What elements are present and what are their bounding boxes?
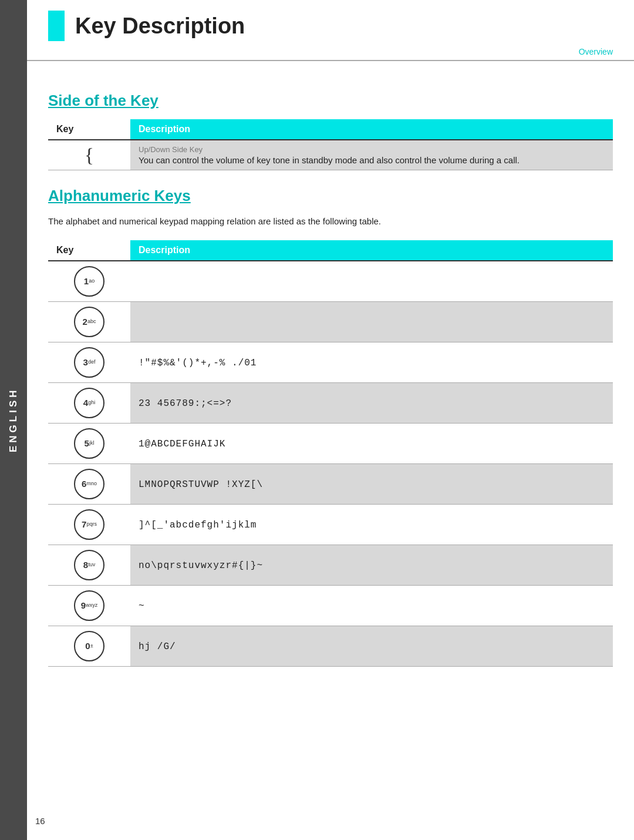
alphanumeric-keys-heading: Alphanumeric Keys [48,187,613,205]
key-circle: 2abc [74,307,104,337]
key-circle: 8tuv [74,550,104,580]
alpha-desc-cell: 1@ABCDEFGHAIJK [130,424,613,464]
table-row: 6mnoLMNOPQRSTUVWP !XYZ[\ [48,464,613,505]
table-row: 5jkl1@ABCDEFGHAIJK [48,424,613,464]
desc-text: no\pqrstuvwxyzr#{|}~ [139,560,263,571]
key-number: 8 [83,560,88,570]
content-area: Side of the Key Key Description { Up/Dow [27,61,634,701]
up-down-label: Up/Down Side Key [139,145,605,154]
header-cyan-block [48,11,65,41]
table-row: 2abc [48,302,613,342]
desc-text: ]^[_'abcdefgh'ijklm [139,520,257,530]
key-circle: 3def [74,347,104,378]
desc-text: !"#$%&'()*+,-% ./01 [139,358,257,368]
alpha-desc-cell [130,261,613,302]
alpha-key-cell: 0± [48,626,130,667]
alpha-key-cell: 3def [48,342,130,383]
key-number: 2 [83,317,87,327]
alpha-desc-cell: LMNOPQRSTUVWP !XYZ[\ [130,464,613,505]
key-number: 1 [84,277,89,287]
side-table-col-desc: Description [130,119,613,140]
key-circle: 0± [74,631,104,661]
up-down-key-symbol: { [85,144,94,166]
table-row: 8tuvno\pqrstuvwxyzr#{|}~ [48,545,613,586]
key-sub: tuv [88,562,95,568]
desc-text: hj /G/ [139,641,176,652]
alphanumeric-table: Key Description 1ao2abc3def!"#$%&'()*+,-… [48,240,613,667]
key-sub: ± [90,643,93,649]
alpha-key-cell: 5jkl [48,424,130,464]
alphanumeric-intro: The alphabet and numerical keypad mappin… [48,214,613,229]
key-sub: abc [87,319,96,325]
sidebar-text: ENGLISH [8,388,19,453]
alpha-desc-cell: ]^[_'abcdefgh'ijklm [130,505,613,545]
alpha-table-col-desc: Description [130,240,613,261]
key-number: 3 [83,358,88,368]
alpha-key-cell: 6mno [48,464,130,505]
side-key-table: Key Description { Up/Down Side Key You c… [48,119,613,170]
key-sub: jkl [89,441,95,446]
alpha-desc-cell: ~ [130,586,613,626]
alpha-key-cell: 9wxyz [48,586,130,626]
desc-text: LMNOPQRSTUVWP !XYZ[\ [139,479,263,490]
main-content: Key Description Overview Side of the Key… [27,0,634,840]
alpha-desc-cell: no\pqrstuvwxyzr#{|}~ [130,545,613,586]
key-sub: pqrs [86,522,97,527]
alpha-desc-cell: hj /G/ [130,626,613,667]
alpha-desc-cell: 23 456789:;<=>? [130,383,613,424]
side-key-symbol-cell: { [48,140,130,170]
table-row: 4ghi23 456789:;<=>? [48,383,613,424]
side-of-key-heading: Side of the Key [48,92,613,110]
alpha-key-cell: 7pqrs [48,505,130,545]
table-row: 9wxyz~ [48,586,613,626]
key-circle: 4ghi [74,388,104,418]
key-number: 0 [85,641,90,651]
key-circle: 1ao [74,266,104,297]
key-number: 9 [81,601,86,611]
key-sub: def [88,359,96,365]
desc-text: 1@ABCDEFGHAIJK [139,439,225,449]
header-title-row: Key Description [48,11,613,41]
table-row: 7pqrs]^[_'abcdefgh'ijklm [48,505,613,545]
table-row: 0±hj /G/ [48,626,613,667]
side-key-desc-cell: Up/Down Side Key You can control the vol… [130,140,613,170]
sidebar: ENGLISH [0,0,27,840]
alpha-key-cell: 1ao [48,261,130,302]
key-sub: mno [86,481,97,487]
key-number: 7 [82,520,86,530]
key-circle: 7pqrs [74,509,104,540]
key-sub: ghi [88,400,95,406]
alpha-key-cell: 8tuv [48,545,130,586]
key-sub: ao [89,278,95,284]
desc-text: 23 456789:;<=>? [139,398,232,409]
alpha-table-col-key: Key [48,240,130,261]
alpha-key-cell: 2abc [48,302,130,342]
table-row: 3def!"#$%&'()*+,-% ./01 [48,342,613,383]
key-number: 5 [85,439,89,449]
alpha-desc-cell [130,302,613,342]
alpha-desc-cell: !"#$%&'()*+,-% ./01 [130,342,613,383]
up-down-desc-text: You can control the volume of key tone i… [139,155,520,165]
desc-text: ~ [139,601,145,611]
key-number: 6 [82,479,86,489]
overview-link[interactable]: Overview [48,47,613,60]
key-circle: 9wxyz [74,590,104,621]
side-table-col-key: Key [48,119,130,140]
key-sub: wxyz [86,603,97,609]
header-section: Key Description Overview [27,0,634,61]
key-circle: 5jkl [74,428,104,459]
page-title: Key Description [75,14,245,39]
page-wrapper: ENGLISH Key Description Overview Side of… [0,0,634,840]
key-circle: 6mno [74,469,104,499]
table-row: 1ao [48,261,613,302]
key-number: 4 [83,398,88,408]
alpha-key-cell: 4ghi [48,383,130,424]
table-row: { Up/Down Side Key You can control the v… [48,140,613,170]
page-number: 16 [35,816,45,826]
